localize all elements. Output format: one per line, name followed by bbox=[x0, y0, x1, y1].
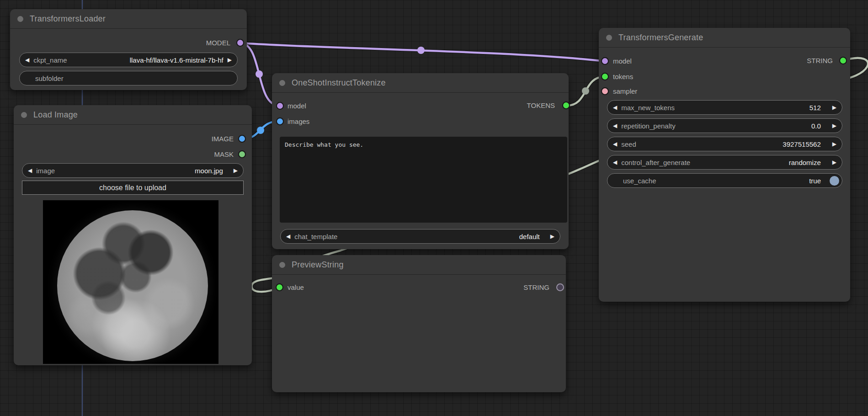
input-label-sampler: sampler bbox=[613, 87, 637, 96]
output-slot-image[interactable] bbox=[238, 135, 246, 143]
widget-subfolder[interactable]: subfolder bbox=[19, 71, 238, 85]
node-title: Load Image bbox=[33, 110, 78, 120]
image-preview bbox=[43, 200, 218, 364]
output-label-mask: MASK bbox=[214, 150, 234, 159]
increment-arrow-icon[interactable]: ▶ bbox=[832, 105, 836, 110]
link-midpoint-dot bbox=[257, 127, 264, 134]
node-title-bar[interactable]: Load Image bbox=[14, 105, 252, 125]
node-oneshot-instruct-tokenize[interactable]: OneShotInstructTokenize model images TOK… bbox=[272, 73, 569, 249]
input-slot-value[interactable] bbox=[276, 283, 283, 291]
link-midpoint-dot bbox=[582, 87, 589, 95]
widget-label: chat_template bbox=[294, 233, 337, 240]
increment-arrow-icon[interactable]: ▶ bbox=[832, 160, 836, 165]
node-transformers-loader[interactable]: TransformersLoader MODEL ◀ ckpt_name lla… bbox=[10, 9, 247, 90]
node-title-bar[interactable]: TransformersGenerate bbox=[599, 28, 850, 48]
decrement-arrow-icon[interactable]: ◀ bbox=[286, 234, 290, 239]
decrement-arrow-icon[interactable]: ◀ bbox=[25, 57, 29, 63]
node-title: OneShotInstructTokenize bbox=[292, 78, 386, 88]
node-title: PreviewString bbox=[292, 260, 344, 270]
output-label-string: STRING bbox=[523, 283, 549, 292]
widget-value: 0.0 bbox=[811, 122, 821, 130]
node-preview-string[interactable]: PreviewString value STRING bbox=[272, 255, 566, 392]
increment-arrow-icon[interactable]: ▶ bbox=[234, 168, 238, 173]
link-midpoint-dot bbox=[417, 47, 425, 54]
decrement-arrow-icon[interactable]: ◀ bbox=[613, 141, 617, 147]
widget-value: randomize bbox=[789, 159, 821, 166]
node-load-image[interactable]: Load Image IMAGE MASK ◀ image moon.jpg ▶… bbox=[14, 105, 252, 365]
node-title-bar[interactable]: TransformersLoader bbox=[10, 9, 247, 29]
toggle-dot-icon[interactable] bbox=[830, 176, 839, 186]
widget-value: moon.jpg bbox=[195, 167, 223, 175]
link-midpoint-dot bbox=[256, 70, 263, 78]
output-slot-model[interactable] bbox=[236, 39, 244, 47]
prompt-textarea[interactable]: Describe what you see. bbox=[280, 137, 567, 223]
increment-arrow-icon[interactable]: ▶ bbox=[832, 141, 836, 147]
output-slot-string[interactable] bbox=[556, 283, 564, 291]
input-label-model: model bbox=[288, 101, 306, 111]
widget-label: seed bbox=[621, 140, 636, 148]
output-slot-mask[interactable] bbox=[238, 150, 246, 158]
widget-ckpt-name[interactable]: ◀ ckpt_name llava-hf/llava-v1.6-mistral-… bbox=[19, 53, 238, 67]
collapse-dot-icon[interactable] bbox=[21, 112, 27, 118]
input-label-tokens: tokens bbox=[613, 72, 633, 81]
widget-value: 3927515562 bbox=[783, 140, 820, 148]
widget-image[interactable]: ◀ image moon.jpg ▶ bbox=[22, 163, 244, 178]
widget-label: repetition_penalty bbox=[621, 122, 675, 130]
collapse-dot-icon[interactable] bbox=[279, 80, 285, 86]
collapse-dot-icon[interactable] bbox=[606, 35, 612, 41]
widget-chat-template[interactable]: ◀ chat_template default ▶ bbox=[280, 229, 560, 244]
input-slot-model[interactable] bbox=[276, 102, 284, 110]
input-label-value: value bbox=[288, 283, 304, 292]
choose-file-button[interactable]: choose file to upload bbox=[22, 181, 244, 195]
collapse-dot-icon[interactable] bbox=[279, 262, 285, 268]
decrement-arrow-icon[interactable]: ◀ bbox=[613, 123, 617, 128]
widget-label: subfolder bbox=[35, 75, 64, 82]
node-title-bar[interactable]: PreviewString bbox=[272, 255, 566, 275]
widget-label: ckpt_name bbox=[33, 56, 67, 64]
widget-use-cache[interactable]: use_cache true bbox=[607, 173, 842, 188]
widget-seed[interactable]: ◀ seed 3927515562 ▶ bbox=[607, 137, 842, 151]
decrement-arrow-icon[interactable]: ◀ bbox=[28, 168, 32, 173]
increment-arrow-icon[interactable]: ▶ bbox=[832, 123, 836, 128]
output-slot-string[interactable] bbox=[839, 57, 847, 64]
graph-canvas[interactable]: TransformersLoader MODEL ◀ ckpt_name lla… bbox=[0, 0, 868, 416]
input-label-images: images bbox=[288, 117, 309, 126]
output-label-string: STRING bbox=[807, 56, 833, 65]
moon-image bbox=[57, 210, 208, 361]
decrement-arrow-icon[interactable]: ◀ bbox=[613, 105, 617, 110]
widget-value: default bbox=[519, 233, 540, 240]
widget-label: use_cache bbox=[623, 177, 656, 185]
node-transformers-generate[interactable]: TransformersGenerate model tokens sample… bbox=[599, 28, 850, 302]
decrement-arrow-icon[interactable]: ◀ bbox=[613, 160, 617, 165]
increment-arrow-icon[interactable]: ▶ bbox=[228, 57, 232, 63]
output-slot-tokens[interactable] bbox=[562, 101, 570, 109]
input-slot-images[interactable] bbox=[276, 117, 284, 125]
node-title: TransformersLoader bbox=[30, 14, 106, 24]
input-label-model: model bbox=[613, 57, 632, 66]
increment-arrow-icon[interactable]: ▶ bbox=[550, 234, 554, 239]
node-title: TransformersGenerate bbox=[618, 33, 703, 43]
widget-control-after-generate[interactable]: ◀ control_after_generate randomize ▶ bbox=[607, 155, 842, 170]
widget-value: 512 bbox=[809, 104, 821, 112]
widget-value: llava-hf/llava-v1.6-mistral-7b-hf bbox=[130, 56, 224, 64]
input-slot-model[interactable] bbox=[601, 57, 609, 65]
widget-value: true bbox=[809, 177, 821, 185]
widget-label: max_new_tokens bbox=[621, 104, 675, 112]
widget-max-new-tokens[interactable]: ◀ max_new_tokens 512 ▶ bbox=[607, 100, 842, 115]
widget-label: image bbox=[36, 167, 55, 175]
output-label-model: MODEL bbox=[206, 38, 230, 48]
input-slot-tokens[interactable] bbox=[601, 73, 609, 80]
widget-repetition-penalty[interactable]: ◀ repetition_penalty 0.0 ▶ bbox=[607, 118, 842, 133]
collapse-dot-icon[interactable] bbox=[17, 16, 23, 22]
node-title-bar[interactable]: OneShotInstructTokenize bbox=[272, 73, 569, 93]
output-label-tokens: TOKENS bbox=[527, 101, 555, 110]
output-label-image: IMAGE bbox=[212, 134, 234, 144]
input-slot-sampler[interactable] bbox=[601, 87, 609, 95]
widget-label: control_after_generate bbox=[621, 159, 690, 166]
